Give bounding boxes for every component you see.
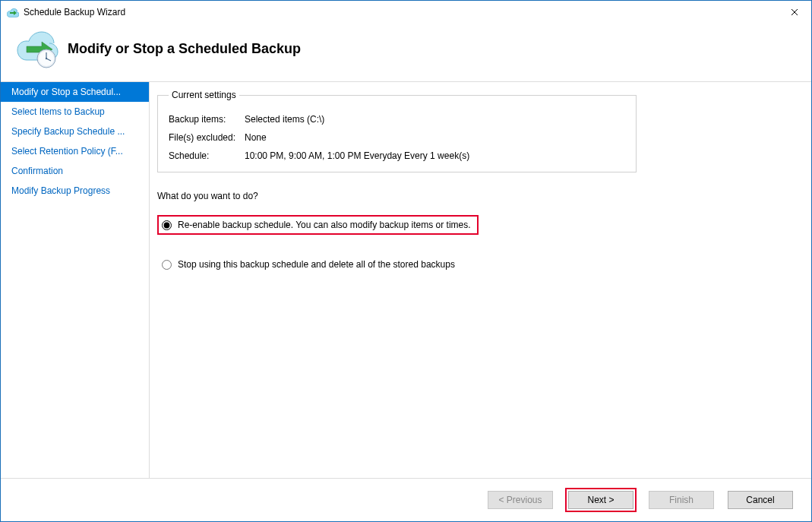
backup-items-label: Backup items: [169,114,245,125]
sidebar-item-modify-progress[interactable]: Modify Backup Progress [1,181,149,201]
backup-items-value: Selected items (C:\) [245,114,625,125]
previous-button: < Previous [488,491,553,509]
sidebar-item-retention-policy[interactable]: Select Retention Policy (F... [1,141,149,161]
wizard-footer: < Previous Next > Finish Cancel [1,479,811,521]
wizard-header: Modify or Stop a Scheduled Backup [1,24,811,82]
previous-button-wrap: < Previous [486,489,554,511]
window-title: Schedule Backup Wizard [24,7,125,17]
backup-cloud-icon [16,30,54,68]
app-icon [7,6,19,18]
radio-stop-input[interactable] [162,260,172,270]
schedule-value: 10:00 PM, 9:00 AM, 1:00 PM Everyday Ever… [245,150,625,161]
question-prompt: What do you want to do? [157,191,637,201]
content-pane: Current settings Backup items: Selected … [150,82,811,478]
next-button-wrap: Next > [565,488,637,512]
svg-point-4 [46,58,47,59]
next-button[interactable]: Next > [568,491,633,509]
finish-button: Finish [649,491,714,509]
cancel-button-wrap: Cancel [726,489,795,511]
page-title: Modify or Stop a Scheduled Backup [68,41,301,57]
close-button[interactable] [777,1,811,24]
wizard-window: Schedule Backup Wizard Modify or Stop a … [0,0,812,522]
schedule-label: Schedule: [169,150,245,161]
sidebar-item-select-items[interactable]: Select Items to Backup [1,102,149,122]
files-excluded-value: None [245,132,625,143]
cancel-button[interactable]: Cancel [728,491,793,509]
settings-row-files-excluded: File(s) excluded: None [169,132,625,143]
files-excluded-label: File(s) excluded: [169,132,245,143]
radio-option-stop[interactable]: Stop using this backup schedule and dele… [157,256,637,273]
settings-row-schedule: Schedule: 10:00 PM, 9:00 AM, 1:00 PM Eve… [169,150,625,161]
settings-row-backup-items: Backup items: Selected items (C:\) [169,114,625,125]
sidebar-item-modify-stop[interactable]: Modify or Stop a Schedul... [1,82,149,102]
current-settings-group: Current settings Backup items: Selected … [157,90,637,172]
wizard-body: Modify or Stop a Schedul... Select Items… [1,82,811,479]
titlebar: Schedule Backup Wizard [1,1,811,24]
radio-reenable-input[interactable] [162,220,172,230]
finish-button-wrap: Finish [647,489,716,511]
radio-option-reenable[interactable]: Re-enable backup schedule. You can also … [157,215,479,235]
sidebar-item-specify-schedule[interactable]: Specify Backup Schedule ... [1,122,149,141]
current-settings-legend: Current settings [169,90,239,100]
titlebar-left: Schedule Backup Wizard [7,6,125,18]
sidebar-item-confirmation[interactable]: Confirmation [1,161,149,181]
sidebar: Modify or Stop a Schedul... Select Items… [1,82,150,478]
radio-stop-label: Stop using this backup schedule and dele… [178,259,455,270]
radio-reenable-label: Re-enable backup schedule. You can also … [178,220,471,230]
